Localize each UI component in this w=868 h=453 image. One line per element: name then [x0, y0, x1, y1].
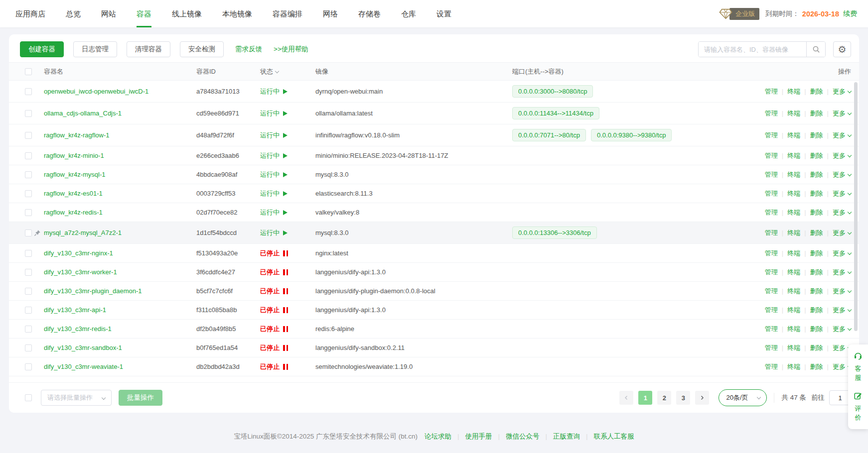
action-more[interactable]: 更多	[833, 208, 851, 217]
action-delete[interactable]: 删除	[810, 151, 823, 160]
pause-icon[interactable]	[283, 250, 288, 256]
action-manage[interactable]: 管理	[765, 249, 778, 258]
action-manage[interactable]: 管理	[765, 170, 778, 179]
action-delete[interactable]: 删除	[810, 109, 823, 118]
action-manage[interactable]: 管理	[765, 131, 778, 140]
action-delete[interactable]: 删除	[810, 228, 823, 237]
gear-icon[interactable]: ⚙	[833, 41, 851, 57]
action-manage[interactable]: 管理	[765, 287, 778, 296]
action-delete[interactable]: 删除	[810, 189, 823, 198]
row-checkbox[interactable]	[25, 269, 32, 276]
container-name-link[interactable]: ragflow_kr4z-minio-1	[44, 152, 104, 159]
action-manage[interactable]: 管理	[765, 87, 778, 96]
action-manage[interactable]: 管理	[765, 208, 778, 217]
container-name-link[interactable]: dify_v130_c3mr-sandbox-1	[44, 344, 122, 351]
play-icon[interactable]	[283, 133, 288, 138]
nav-item-local-images[interactable]: 本地镜像	[222, 0, 252, 27]
nav-item-network[interactable]: 网络	[323, 0, 338, 27]
action-manage[interactable]: 管理	[765, 325, 778, 334]
nav-item-app-store[interactable]: 应用商店	[15, 0, 45, 27]
play-icon[interactable]	[283, 191, 288, 196]
action-terminal[interactable]: 终端	[787, 362, 800, 371]
container-name-link[interactable]: dify_v130_c3mr-redis-1	[44, 325, 112, 333]
table-scrollbar[interactable]	[854, 82, 858, 331]
page-button-1[interactable]: 1	[638, 391, 652, 405]
create-container-button[interactable]: 创建容器	[20, 41, 64, 57]
pause-icon[interactable]	[283, 288, 288, 294]
row-checkbox[interactable]	[25, 229, 32, 236]
customer-service-button[interactable]: 客服	[854, 351, 863, 382]
nav-item-containers[interactable]: 容器	[137, 0, 151, 27]
nav-item-online-images[interactable]: 线上镜像	[172, 0, 202, 27]
row-checkbox[interactable]	[25, 110, 32, 117]
action-delete[interactable]: 删除	[810, 131, 823, 140]
next-page-button[interactable]	[695, 391, 709, 405]
search-input[interactable]	[699, 42, 806, 57]
row-checkbox[interactable]	[25, 88, 32, 95]
action-terminal[interactable]: 终端	[787, 208, 800, 217]
pause-icon[interactable]	[283, 269, 288, 275]
container-name-link[interactable]: dify_v130_c3mr-nginx-1	[44, 249, 113, 257]
container-name-link[interactable]: ragflow_kr4z-es01-1	[44, 190, 103, 197]
action-terminal[interactable]: 终端	[787, 249, 800, 258]
footer-link-1[interactable]: 使用手册	[465, 433, 492, 440]
play-icon[interactable]	[283, 172, 288, 177]
action-manage[interactable]: 管理	[765, 306, 778, 315]
action-terminal[interactable]: 终端	[787, 87, 800, 96]
container-name-link[interactable]: dify_v130_c3mr-plugin_daemon-1	[44, 287, 142, 295]
container-name-link[interactable]: dify_v130_c3mr-worker-1	[44, 268, 117, 276]
footer-link-0[interactable]: 论坛求助	[425, 433, 451, 440]
clean-container-button[interactable]: 清理容器	[127, 41, 170, 57]
pause-icon[interactable]	[283, 326, 288, 332]
footer-link-4[interactable]: 联系人工客服	[593, 433, 634, 440]
action-terminal[interactable]: 终端	[787, 151, 800, 160]
action-delete[interactable]: 删除	[810, 208, 823, 217]
review-button[interactable]: 评价	[854, 392, 862, 422]
play-icon[interactable]	[283, 230, 288, 235]
container-name-link[interactable]: mysql_a7z2-mysql_A7z2-1	[44, 229, 122, 236]
action-more[interactable]: 更多	[833, 87, 851, 96]
action-manage[interactable]: 管理	[765, 343, 778, 352]
action-terminal[interactable]: 终端	[787, 228, 800, 237]
action-terminal[interactable]: 终端	[787, 189, 800, 198]
action-terminal[interactable]: 终端	[787, 131, 800, 140]
pause-icon[interactable]	[283, 345, 288, 351]
prev-page-button[interactable]	[619, 391, 633, 405]
batch-operation-select[interactable]: 请选择批量操作	[41, 390, 112, 406]
nav-item-settings[interactable]: 设置	[436, 0, 451, 27]
column-header-status[interactable]: 状态	[260, 67, 315, 76]
nav-item-repository[interactable]: 仓库	[401, 0, 416, 27]
row-checkbox[interactable]	[25, 132, 32, 139]
row-checkbox[interactable]	[25, 363, 32, 370]
container-name-link[interactable]: dify_v130_c3mr-api-1	[44, 306, 106, 314]
row-checkbox[interactable]	[25, 307, 32, 314]
action-terminal[interactable]: 终端	[787, 306, 800, 315]
row-checkbox[interactable]	[25, 288, 32, 295]
nav-item-overview[interactable]: 总览	[66, 0, 81, 27]
action-more[interactable]: 更多	[833, 306, 851, 315]
container-name-link[interactable]: openwebui_iwcd-openwebui_iwcD-1	[44, 88, 148, 95]
security-check-button[interactable]: 安全检测	[180, 41, 224, 57]
action-more[interactable]: 更多	[833, 151, 851, 160]
renew-link[interactable]: 续费	[843, 9, 857, 18]
container-name-link[interactable]: ollama_cdjs-ollama_Cdjs-1	[44, 110, 122, 117]
select-all-checkbox[interactable]	[25, 68, 32, 75]
play-icon[interactable]	[283, 111, 288, 116]
feedback-link[interactable]: 需求反馈	[235, 45, 262, 54]
nav-item-website[interactable]: 网站	[101, 0, 116, 27]
play-icon[interactable]	[283, 153, 288, 158]
nav-item-compose[interactable]: 容器编排	[273, 0, 302, 27]
action-manage[interactable]: 管理	[765, 189, 778, 198]
action-more[interactable]: 更多	[833, 170, 851, 179]
action-terminal[interactable]: 终端	[787, 343, 800, 352]
action-more[interactable]: 更多	[833, 325, 851, 334]
row-checkbox[interactable]	[25, 344, 32, 351]
action-delete[interactable]: 删除	[810, 325, 823, 334]
action-manage[interactable]: 管理	[765, 228, 778, 237]
container-name-link[interactable]: dify_v130_c3mr-weaviate-1	[44, 363, 123, 370]
action-more[interactable]: 更多	[833, 228, 851, 237]
status-filter-chevron-icon[interactable]	[275, 69, 279, 73]
batch-operation-button[interactable]: 批量操作	[119, 390, 162, 406]
pause-icon[interactable]	[283, 307, 288, 313]
action-more[interactable]: 更多	[833, 287, 851, 296]
